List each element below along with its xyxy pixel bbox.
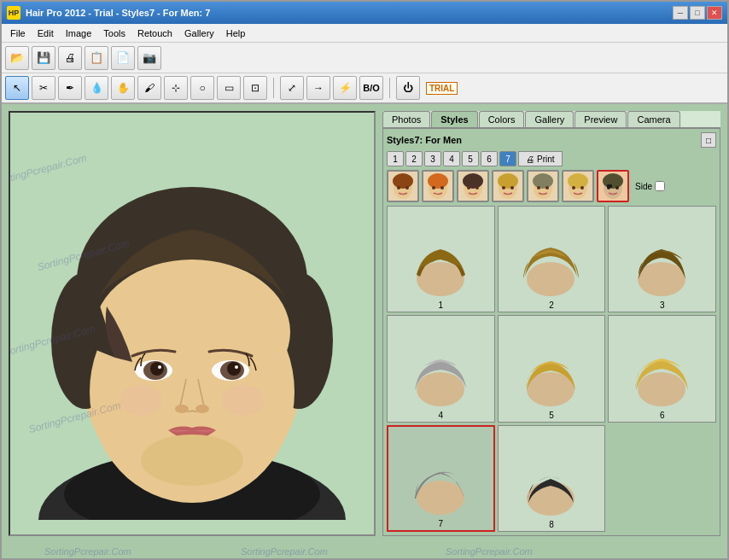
hair-number-6: 6 (660, 411, 665, 420)
svg-point-14 (150, 362, 164, 376)
face-icon-6[interactable] (562, 170, 594, 202)
svg-point-36 (498, 173, 518, 189)
tool-cut[interactable]: ✂ (32, 76, 55, 100)
svg-point-38 (510, 186, 514, 190)
tool-power[interactable]: ⏻ (396, 76, 420, 100)
menu-tools[interactable]: Tools (98, 27, 131, 39)
face-icon-3[interactable] (457, 170, 489, 202)
face-icon-7-selected[interactable] (597, 170, 629, 202)
side-label: Side (635, 182, 652, 191)
tool-10[interactable]: ⤢ (280, 76, 304, 100)
menu-retouch[interactable]: Retouch (132, 27, 178, 39)
tool-pencil[interactable]: ✒ (58, 76, 82, 100)
tool-bold[interactable]: B/O (359, 76, 383, 100)
svg-point-40 (533, 173, 553, 189)
tool-lightning[interactable]: ⚡ (333, 76, 357, 100)
minimize-button[interactable]: ─ (673, 6, 688, 20)
tool-hand[interactable]: ✋ (111, 76, 135, 100)
tool-crop[interactable]: ⊡ (243, 76, 267, 100)
menu-help[interactable]: Help (221, 27, 251, 39)
svg-point-20 (141, 435, 243, 486)
face-icon-1[interactable] (387, 170, 419, 202)
svg-point-54 (638, 262, 685, 296)
hair-style-3[interactable]: 3 (608, 206, 716, 312)
tool-6[interactable]: ⊹ (164, 76, 188, 100)
hair-style-1[interactable]: 1 (387, 206, 495, 312)
hair-grid: 1 2 (387, 206, 716, 532)
face-illustration (30, 127, 354, 520)
svg-point-50 (615, 186, 619, 190)
tool-ellipse[interactable]: ○ (190, 76, 214, 100)
hair-style-4[interactable]: 4 (387, 315, 495, 422)
svg-point-48 (603, 173, 623, 189)
hair-style-8[interactable]: 8 (498, 425, 606, 532)
tool-arrow[interactable]: → (306, 76, 330, 100)
face-icon-2[interactable] (422, 170, 454, 202)
camera-button[interactable]: 📷 (137, 46, 161, 70)
app-icon: HP (7, 6, 20, 20)
svg-point-22 (222, 385, 265, 416)
svg-point-53 (527, 262, 574, 296)
print-button[interactable]: 🖨 (58, 46, 82, 70)
hair-style-5[interactable]: 5 (498, 315, 606, 422)
svg-point-28 (428, 173, 448, 189)
page-row: 1 2 3 4 5 6 7 🖨 Print (387, 151, 716, 166)
svg-point-17 (235, 365, 238, 369)
svg-point-58 (417, 481, 464, 515)
hair-style-7-selected[interactable]: 7 (387, 425, 495, 532)
menu-gallery[interactable]: Gallery (179, 27, 219, 39)
tab-preview[interactable]: Preview (574, 111, 627, 127)
expand-button[interactable]: □ (701, 132, 716, 148)
paste-button[interactable]: 📄 (111, 46, 135, 70)
face-icon-4[interactable] (492, 170, 524, 202)
page-btn-7[interactable]: 7 (499, 151, 516, 166)
tab-gallery[interactable]: Gallery (525, 111, 574, 127)
menu-edit[interactable]: Edit (32, 27, 59, 39)
svg-point-45 (572, 186, 575, 190)
svg-point-24 (393, 173, 413, 189)
svg-point-9 (94, 260, 290, 405)
tool-separator-2 (389, 78, 390, 98)
hair-style-2[interactable]: 2 (498, 206, 606, 312)
hair-style-6[interactable]: 6 (608, 315, 716, 422)
tool-fill[interactable]: 💧 (85, 76, 108, 100)
svg-point-34 (475, 186, 479, 190)
close-button[interactable]: ✕ (707, 6, 722, 20)
svg-point-42 (545, 186, 549, 190)
svg-point-26 (405, 186, 409, 190)
face-icon-5[interactable] (527, 170, 559, 202)
tab-colors[interactable]: Colors (479, 111, 525, 127)
tool-rect[interactable]: ▭ (217, 76, 241, 100)
titlebar-left: HP Hair Pro 2012 - Trial - Styles7 - For… (7, 6, 210, 20)
tool-brush[interactable]: 🖌 (137, 76, 161, 100)
tab-camera[interactable]: Camera (627, 111, 679, 127)
save-button[interactable]: 💾 (32, 46, 55, 70)
tab-styles[interactable]: Styles (431, 111, 477, 127)
copy-button[interactable]: 📋 (85, 46, 108, 70)
page-btn-6[interactable]: 6 (481, 151, 498, 166)
page-btn-2[interactable]: 2 (405, 151, 423, 166)
main-window: HP Hair Pro 2012 - Trial - Styles7 - For… (0, 0, 729, 560)
svg-point-57 (638, 372, 685, 406)
menubar: File Edit Image Tools Retouch Gallery He… (2, 24, 727, 43)
svg-point-41 (537, 186, 540, 190)
menu-image[interactable]: Image (61, 27, 97, 39)
bottom-watermark-2: SortingPcrepair.Com (241, 546, 328, 557)
print-btn[interactable]: 🖨 Print (518, 151, 563, 166)
page-btn-5[interactable]: 5 (462, 151, 479, 166)
maximize-button[interactable]: □ (690, 6, 705, 20)
svg-point-30 (440, 186, 444, 190)
menu-file[interactable]: File (5, 27, 31, 39)
page-btn-4[interactable]: 4 (443, 151, 460, 166)
svg-point-18 (175, 405, 189, 413)
svg-point-32 (463, 173, 483, 189)
page-btn-1[interactable]: 1 (387, 151, 404, 166)
page-btn-3[interactable]: 3 (424, 151, 441, 166)
open-button[interactable]: 📂 (5, 46, 29, 70)
print-label: Print (537, 155, 555, 164)
tab-photos[interactable]: Photos (382, 111, 430, 127)
svg-point-37 (502, 186, 505, 190)
side-checkbox[interactable] (655, 181, 665, 191)
tool-select[interactable]: ↖ (5, 76, 29, 100)
photo-area: SortingPcrepair.Com SortingPcrepair.Com … (9, 111, 376, 536)
